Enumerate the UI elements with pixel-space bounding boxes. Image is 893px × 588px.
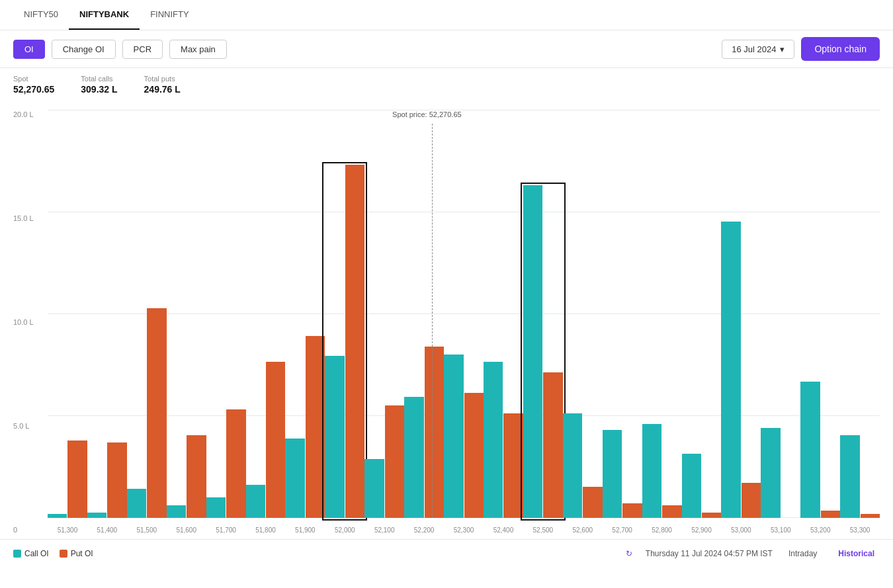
strike-group [642,424,682,518]
total-puts-label: Total puts [144,75,181,83]
y-tick: 5.0 L [13,422,42,430]
bar-call [404,397,423,518]
x-axis: 51,30051,40051,50051,60051,70051,80051,9… [48,526,880,534]
bar-put [226,409,245,518]
chart-area: 05.0 L10.0 L15.0 L20.0 LSpot price: 52,2… [0,104,893,534]
strike-group [840,435,880,518]
bar-call [127,489,146,518]
spot-price-label: Spot price: 52,270.65 [392,110,462,118]
tab-niftybank[interactable]: NIFTYBANK [69,0,140,30]
bar-put [543,372,562,518]
x-tick: 51,300 [48,526,87,534]
date-picker[interactable]: 16 Jul 2024 ▾ [722,40,794,59]
x-tick: 53,300 [840,526,880,534]
bar-put [306,336,325,518]
bar-call [325,356,344,518]
tab-finnifty[interactable]: FINNIFTY [140,0,200,30]
intraday-tab[interactable]: Intraday [783,546,822,561]
bar-call [603,430,622,518]
change-oi-button[interactable]: Change OI [52,40,116,59]
strike-group [127,308,167,518]
bar-call [642,424,661,518]
strike-group [682,454,722,518]
strike-group [87,442,127,518]
toolbar: OI Change OI PCR Max pain 16 Jul 2024 ▾ … [0,30,893,68]
total-calls-stat: Total calls 309.32 L [81,75,117,95]
y-tick: 0 [13,526,42,534]
x-tick: 52,200 [404,526,444,534]
bar-put [147,308,166,518]
bar-put [425,347,444,518]
x-tick: 53,000 [721,526,761,534]
strike-group [523,185,563,518]
strike-group [563,413,603,518]
bar-put [187,435,206,518]
refresh-icon[interactable]: ↻ [626,549,632,558]
call-oi-legend: Call OI [13,549,49,558]
pcr-button[interactable]: PCR [122,40,163,59]
chevron-down-icon: ▾ [780,44,785,54]
total-calls-value: 309.32 L [81,84,117,95]
bar-call [721,222,740,518]
y-axis: 05.0 L10.0 L15.0 L20.0 L [13,110,48,534]
strike-group [761,428,800,518]
y-tick: 15.0 L [13,214,42,222]
bar-call [87,513,106,518]
legend: Call OI Put OI [13,549,93,558]
strike-group [603,430,642,518]
bar-put [67,441,87,518]
x-tick: 51,900 [285,526,325,534]
x-tick: 51,800 [246,526,286,534]
x-tick: 53,100 [761,526,800,534]
option-chain-button[interactable]: Option chain [801,37,880,61]
strike-group [206,409,246,518]
call-oi-color-swatch [13,550,21,558]
bar-put [702,513,721,518]
x-tick: 52,800 [642,526,682,534]
oi-button[interactable]: OI [13,40,45,59]
bar-call [364,459,384,518]
x-tick: 52,600 [563,526,603,534]
bar-call [285,439,304,518]
x-tick: 52,900 [682,526,722,534]
total-puts-stat: Total puts 249.76 L [144,75,181,95]
y-tick: 10.0 L [13,318,42,326]
bar-call [206,497,226,518]
timestamp: Thursday 11 Jul 2024 04:57 PM IST [646,549,773,558]
x-tick: 53,200 [800,526,840,534]
strike-group [48,441,87,518]
y-tick: 20.0 L [13,110,42,118]
strike-group [721,222,761,518]
bar-put [345,165,364,518]
bar-put [622,503,642,518]
bar-put [583,487,602,518]
bar-put [503,413,523,518]
strike-group [364,405,404,518]
spot-stat: Spot 52,270.65 [13,75,54,95]
put-oi-label: Put OI [71,549,93,558]
x-tick: 51,600 [167,526,206,534]
chart-container: 05.0 L10.0 L15.0 L20.0 LSpot price: 52,2… [13,110,880,534]
bar-call [840,435,859,518]
strike-group [325,165,364,518]
bar-put [266,362,285,518]
bar-call [800,382,820,518]
footer-right: ↻ Thursday 11 Jul 2024 04:57 PM IST Intr… [626,546,880,561]
bar-call [484,362,503,518]
spot-label: Spot [13,75,54,83]
strike-group [246,362,286,518]
bar-put [821,511,840,518]
put-oi-legend: Put OI [60,549,93,558]
historical-tab[interactable]: Historical [833,546,880,561]
spot-value: 52,270.65 [13,84,54,95]
top-nav: NIFTY50 NIFTYBANK FINNIFTY [0,0,893,30]
x-tick: 52,300 [444,526,484,534]
max-pain-button[interactable]: Max pain [169,40,227,59]
stats-bar: Spot 52,270.65 Total calls 309.32 L Tota… [0,68,893,104]
x-tick: 52,700 [603,526,642,534]
bar-put [385,405,404,518]
bar-call [167,505,186,518]
footer: Call OI Put OI ↻ Thursday 11 Jul 2024 04… [0,539,893,567]
tab-nifty50[interactable]: NIFTY50 [13,0,69,30]
strike-group [285,336,325,518]
